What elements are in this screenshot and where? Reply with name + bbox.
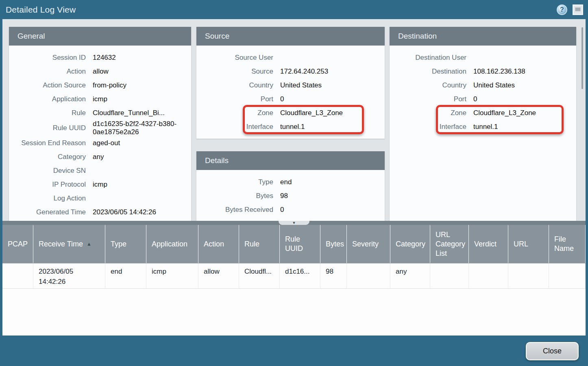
field-value: from-policy: [93, 81, 191, 89]
field-label: Source User: [196, 54, 280, 62]
log-table-body: 2023/06/05 14:42:26endicmpallowCloudfl..…: [2, 264, 586, 336]
panel-general: General Session ID124632ActionallowActio…: [9, 27, 191, 221]
field-value: 0: [473, 95, 576, 103]
column-header-label: PCAP: [8, 240, 28, 249]
field-row-country: CountryUnited States: [390, 78, 576, 92]
field-label: Rule: [9, 109, 93, 117]
cell-rule-uuid: d1c16...: [280, 264, 320, 288]
column-header-category[interactable]: Category: [390, 225, 430, 263]
column-header-severity[interactable]: Severity: [347, 225, 390, 263]
field-value: aged-out: [93, 139, 191, 147]
column-header-bytes[interactable]: Bytes: [320, 225, 347, 263]
field-label: Rule UUID: [9, 124, 93, 132]
cell-url-category-list: [430, 264, 469, 288]
titlebar: Detailed Log View ?: [0, 0, 588, 19]
field-row-interface: Interfacetunnel.1: [390, 120, 576, 134]
field-label: Bytes: [196, 192, 280, 200]
field-label: Zone: [390, 109, 473, 117]
log-detail-panels-area: General Session ID124632ActionallowActio…: [2, 19, 586, 221]
panel-body-source: Source UserSource172.64.240.253CountryUn…: [196, 46, 385, 134]
panel-destination: Destination Destination UserDestination1…: [390, 27, 576, 221]
field-row-destination: Destination108.162.236.138: [390, 65, 576, 78]
column-header-label: Rule UUID: [285, 235, 317, 253]
field-value: tunnel.1: [280, 123, 385, 131]
field-value: icmp: [93, 181, 191, 189]
column-header-label: Category: [396, 240, 425, 249]
field-label: Bytes Received: [196, 206, 280, 214]
column-header-pcap[interactable]: PCAP: [2, 225, 33, 263]
panel-body-general: Session ID124632ActionallowAction Source…: [9, 46, 191, 219]
column-header-url-category-list[interactable]: URL Category List: [430, 225, 469, 263]
field-row-interface: Interfacetunnel.1: [196, 120, 385, 134]
column-header-label: Type: [111, 240, 126, 249]
column-header-label: Action: [204, 240, 224, 249]
footer-bar: Close: [0, 336, 588, 366]
field-value: icmp: [93, 95, 191, 103]
field-label: Session ID: [9, 54, 93, 62]
cell-pcap: [2, 264, 33, 288]
column-header-label: Severity: [352, 240, 379, 249]
field-row-source: Source172.64.240.253: [196, 65, 385, 78]
cell-rule: Cloudfl...: [239, 264, 280, 288]
field-label: Source: [196, 68, 280, 76]
field-row-rule: RuleCloudflare_Tunnel_Bi...: [9, 106, 191, 120]
column-header-application[interactable]: Application: [146, 225, 198, 263]
field-label: Interface: [196, 123, 280, 131]
cell-verdict: [469, 264, 508, 288]
field-label: Port: [390, 95, 473, 103]
column-header-rule[interactable]: Rule: [239, 225, 280, 263]
field-row-session-end-reason: Session End Reasonaged-out: [9, 136, 191, 150]
field-row-zone: ZoneCloudflare_L3_Zone: [390, 106, 576, 120]
field-row-bytes-received: Bytes Received0: [196, 203, 385, 217]
column-header-receive-time[interactable]: Receive Time▲: [33, 225, 105, 263]
column-header-label: Application: [152, 240, 187, 249]
field-label: Type: [196, 178, 280, 186]
field-value: any: [93, 153, 191, 161]
chevron-down-icon: ▼: [292, 221, 296, 225]
panel-header-source: Source: [196, 27, 385, 46]
field-value: 124632: [93, 54, 191, 62]
cell-category: any: [390, 264, 430, 288]
column-header-action[interactable]: Action: [198, 225, 239, 263]
log-table-row[interactable]: 2023/06/05 14:42:26endicmpallowCloudfl..…: [2, 264, 586, 289]
field-label: Application: [9, 95, 93, 103]
field-row-category: Categoryany: [9, 150, 191, 164]
cell-type: end: [105, 264, 146, 288]
window-restore-icon[interactable]: [573, 4, 583, 15]
field-value: tunnel.1: [473, 123, 576, 131]
column-header-file-name[interactable]: File Name: [549, 225, 586, 263]
column-header-url[interactable]: URL: [508, 225, 549, 263]
column-header-rule-uuid[interactable]: Rule UUID: [280, 225, 320, 263]
field-value: 172.64.240.253: [280, 68, 385, 76]
close-button[interactable]: Close: [526, 342, 579, 360]
field-value: Cloudflare_L3_Zone: [280, 109, 385, 117]
field-row-device-sn: Device SN: [9, 164, 191, 178]
column-header-type[interactable]: Type: [105, 225, 146, 263]
field-label: Destination: [390, 68, 473, 76]
help-icon[interactable]: ?: [557, 4, 567, 15]
column-header-label: Bytes: [326, 240, 344, 249]
cell-severity: [347, 264, 390, 288]
field-row-action: Actionallow: [9, 65, 191, 78]
field-value: allow: [93, 68, 191, 76]
field-row-destination-user: Destination User: [390, 51, 576, 65]
field-value: d1c16235-b2f2-4327-b380-0ae1875e2a26: [93, 120, 191, 136]
field-label: IP Protocol: [9, 181, 93, 189]
field-row-zone: ZoneCloudflare_L3_Zone: [196, 106, 385, 120]
cell-application: icmp: [146, 264, 198, 288]
column-header-verdict[interactable]: Verdict: [469, 225, 508, 263]
field-row-port: Port0: [196, 92, 385, 106]
field-row-source-user: Source User: [196, 51, 385, 65]
field-value: Cloudflare_Tunnel_Bi...: [93, 109, 191, 117]
field-value: Cloudflare_L3_Zone: [473, 109, 576, 117]
cell-bytes: 98: [320, 264, 347, 288]
field-label: Session End Reason: [9, 139, 93, 147]
panel-header-destination: Destination: [390, 27, 576, 46]
vertical-scrollbar-thumb[interactable]: [581, 27, 583, 89]
splitter-collapse-handle[interactable]: ▼: [279, 221, 309, 225]
field-row-log-action: Log Action: [9, 192, 191, 205]
field-label: Destination User: [390, 54, 473, 62]
splitter-bar: ▼: [2, 221, 586, 225]
column-header-label: URL: [514, 240, 528, 249]
field-value: United States: [473, 81, 576, 89]
